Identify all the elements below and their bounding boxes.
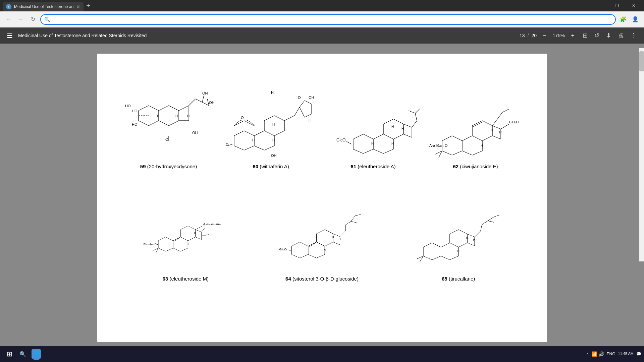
- svg-text:HO: HO: [125, 104, 131, 108]
- structure-62: H H H CO₂H Ara-Man-O: [429, 74, 523, 161]
- rotate-button[interactable]: ↺: [592, 31, 601, 41]
- svg-line-34: [244, 146, 254, 150]
- download-button[interactable]: ⬇: [604, 31, 613, 41]
- tab-area: ● Medicinal Use of Testosterone an ✕ +: [3, 0, 92, 11]
- svg-line-56: [294, 107, 300, 116]
- tab-close-button[interactable]: ✕: [76, 4, 80, 9]
- svg-line-216: [482, 221, 488, 225]
- svg-line-39: [254, 131, 264, 136]
- svg-line-35: [234, 146, 244, 150]
- new-tab-button[interactable]: +: [84, 2, 92, 10]
- print-button[interactable]: 🖨: [616, 31, 626, 41]
- svg-line-121: [497, 112, 502, 119]
- svg-text:OH: OH: [192, 131, 198, 135]
- svg-line-170: [308, 254, 317, 258]
- svg-line-76: [383, 149, 393, 154]
- svg-line-169: [317, 254, 325, 258]
- structure-61: H H H H GlcO: [326, 74, 420, 161]
- svg-line-97: [452, 136, 462, 141]
- pdf-toolbar-right: ⊞ ↺ ⬇ 🖨 ⋮: [581, 31, 639, 41]
- svg-text:O: O: [226, 142, 229, 146]
- svg-text:H: H: [338, 238, 340, 241]
- label-63: 63 (eleutheroside M): [163, 276, 209, 282]
- svg-line-174: [325, 230, 333, 234]
- wifi-icon: 📶: [591, 351, 597, 352]
- fit-page-button[interactable]: ⊞: [581, 31, 590, 41]
- svg-line-99: [452, 151, 462, 155]
- svg-text:HO: HO: [132, 122, 138, 126]
- active-tab[interactable]: ● Medicinal Use of Testosterone an ✕: [3, 2, 84, 11]
- browser-icon: 🌐: [32, 349, 41, 352]
- svg-line-156: [153, 248, 158, 250]
- svg-line-77: [373, 149, 383, 154]
- svg-text:H: H: [332, 236, 334, 239]
- structure-59: HO HO HO: [122, 74, 216, 161]
- svg-line-47: [274, 131, 284, 136]
- compound-61: H H H H GlcO 61 (ele: [322, 67, 424, 179]
- svg-line-219: [494, 215, 500, 217]
- svg-text:H: H: [187, 243, 189, 246]
- titlebar: ● Medicinal Use of Testosterone an ✕ + ─…: [0, 0, 644, 11]
- compound-63: H H O O-Glc-Glc-Rha Rha-Ara-O: [117, 179, 254, 292]
- svg-line-185: [345, 221, 351, 225]
- scroll-thumb[interactable]: [639, 51, 644, 71]
- svg-line-177: [333, 234, 340, 236]
- notification-icon[interactable]: 💬: [636, 352, 641, 352]
- close-button[interactable]: ✕: [626, 0, 641, 11]
- taskbar-clock[interactable]: 11:45 AM: [618, 351, 634, 352]
- taskbar-search-button[interactable]: 🔍: [17, 349, 28, 352]
- back-button[interactable]: ←: [4, 15, 13, 24]
- svg-line-9: [159, 106, 169, 111]
- svg-line-194: [432, 256, 441, 260]
- svg-line-123: [473, 122, 483, 127]
- svg-line-85: [404, 134, 412, 137]
- svg-line-103: [472, 136, 482, 141]
- svg-line-28: [202, 102, 209, 106]
- svg-line-147: [196, 237, 202, 239]
- label-64: 64 (sitosterol 3-O-β-D-glucoside): [285, 276, 359, 282]
- svg-line-166: [308, 242, 317, 246]
- compounds-row-2: H H O O-Glc-Glc-Rha Rha-Ara-O: [117, 179, 527, 292]
- structure-65: H H H: [412, 186, 505, 273]
- reload-button[interactable]: ↻: [28, 15, 38, 24]
- taskbar-browser-app[interactable]: 🌐: [30, 347, 43, 352]
- svg-text:O-Glc-Glc-Rha: O-Glc-Glc-Rha: [203, 223, 221, 226]
- address-input[interactable]: [40, 14, 616, 25]
- svg-line-96: [442, 136, 452, 141]
- zoom-in-button[interactable]: +: [569, 32, 577, 40]
- scrollbar[interactable]: [639, 48, 644, 261]
- svg-line-143: [181, 226, 188, 230]
- svg-text:H: H: [252, 138, 255, 142]
- pdf-menu-button[interactable]: ☰: [5, 30, 14, 41]
- svg-line-204: [459, 230, 467, 234]
- tab-title: Medicinal Use of Testosterone an: [14, 4, 73, 9]
- svg-line-129: [166, 237, 173, 241]
- label-62: 62 (ciwujianoside E): [453, 164, 498, 169]
- svg-text:H: H: [272, 123, 275, 126]
- svg-text:H: H: [481, 144, 483, 147]
- svg-line-172: [325, 242, 333, 246]
- forward-button[interactable]: →: [16, 15, 25, 24]
- structure-63: H H O O-Glc-Glc-Rha Rha-Ara-O: [139, 186, 232, 273]
- label-60: 60 (withaferin A): [253, 164, 289, 169]
- svg-line-128: [158, 237, 166, 241]
- taskbar-right: ∧ 📶 🔊 ENG 11:45 AM 💬: [586, 351, 642, 352]
- svg-text:GlcO: GlcO: [279, 247, 287, 251]
- start-button[interactable]: ⊞: [3, 347, 16, 352]
- compound-60: O O: [220, 67, 322, 179]
- extensions-button[interactable]: 🧩: [619, 15, 628, 24]
- svg-line-73: [373, 134, 383, 139]
- svg-line-158: [202, 227, 205, 232]
- svg-line-160: [291, 242, 300, 246]
- more-options-button[interactable]: ⋮: [629, 31, 639, 41]
- current-page: 13: [520, 33, 525, 38]
- svg-text:H: H: [491, 128, 493, 132]
- profile-button[interactable]: 👤: [631, 15, 640, 24]
- minimize-button[interactable]: ─: [592, 0, 608, 11]
- svg-line-207: [467, 234, 475, 237]
- svg-line-214: [475, 231, 481, 237]
- svg-line-157: [156, 248, 158, 253]
- svg-line-120: [492, 119, 497, 126]
- maximize-button[interactable]: ❐: [609, 0, 625, 11]
- zoom-out-button[interactable]: −: [541, 32, 548, 40]
